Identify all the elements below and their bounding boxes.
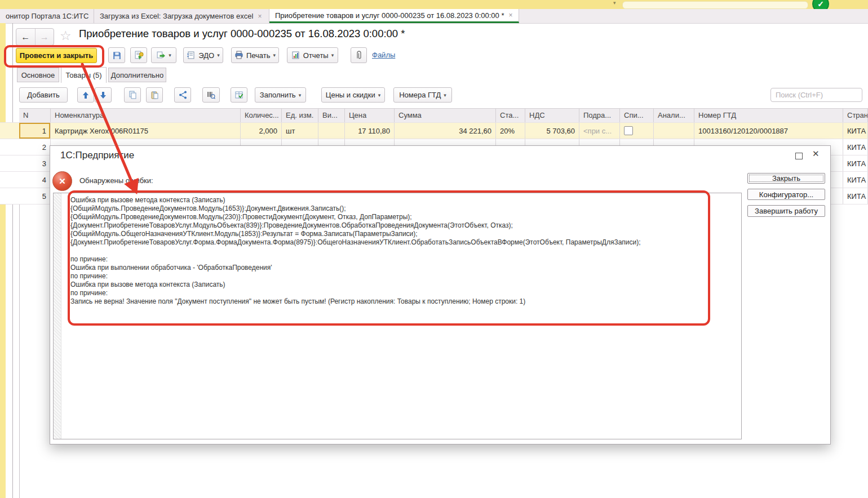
cell-rate[interactable]: 20% — [496, 123, 525, 139]
cell-price[interactable]: 17 110,80 — [345, 123, 395, 139]
copy-button[interactable] — [124, 87, 141, 103]
barcode-icon — [207, 91, 215, 99]
col-gtd-number[interactable]: Номер ГТД — [694, 108, 843, 122]
error-line — [70, 247, 738, 255]
arrow-up-icon — [82, 91, 90, 99]
post-document-button[interactable] — [130, 47, 147, 63]
attachments-button[interactable] — [351, 47, 367, 63]
move-down-button[interactable] — [95, 87, 112, 103]
tab-main[interactable]: Основное — [17, 68, 59, 82]
col-country[interactable]: Стран — [843, 108, 868, 122]
tab-excel-load[interactable]: Загрузка из Excel: Загрузка документов e… — [94, 9, 269, 23]
edo-button[interactable]: ЭДО ▾ — [183, 47, 223, 63]
tab-extra[interactable]: Дополнительно — [108, 68, 166, 82]
close-button[interactable]: Закрыть — [747, 173, 825, 184]
cell-spis[interactable] — [620, 123, 654, 139]
chevron-down-icon: ▾ — [444, 92, 446, 98]
checkbox[interactable] — [624, 126, 633, 135]
prices-discounts-button[interactable]: Цены и скидки ▾ — [321, 87, 385, 103]
cell-row-number[interactable]: 1 — [19, 123, 51, 139]
col-n[interactable]: N — [19, 108, 51, 122]
error-line: {ОбщийМодуль.ПроведениеДокументов.Модуль… — [70, 204, 738, 213]
create-based-on-icon — [156, 51, 166, 60]
share-rows-button[interactable] — [174, 87, 191, 103]
paperclip-icon — [355, 51, 364, 60]
page-title: Приобретение товаров и услуг 0000-000235… — [79, 28, 405, 40]
cell-country[interactable]: КИТА — [843, 172, 868, 188]
copy-icon — [129, 91, 137, 99]
maximize-icon[interactable] — [795, 153, 803, 159]
barcode-scan-button[interactable] — [202, 87, 220, 103]
error-line: {ОбщийМодуль.ПроведениеДокументов.Модуль… — [70, 213, 738, 221]
col-sum[interactable]: Сумма — [395, 108, 496, 122]
tab-goods[interactable]: Товары (5) — [61, 67, 107, 83]
cell-analytics[interactable] — [654, 123, 694, 139]
paste-button[interactable] — [146, 87, 163, 103]
cell-row-number[interactable]: 5 — [19, 188, 51, 204]
cell-country[interactable]: КИТА — [843, 188, 868, 204]
search-input[interactable] — [770, 88, 862, 102]
cell-gtd-number[interactable]: 10013160/120120/0001887 — [694, 123, 843, 139]
favorite-star-icon[interactable]: ☆ — [60, 28, 72, 43]
chevron-down-icon: ▾ — [331, 52, 334, 58]
gtd-label: Номера ГТД — [399, 91, 441, 99]
cell-nomenclature[interactable]: Картридж Xerox 006R01175 — [51, 123, 241, 139]
error-line: по причине: — [70, 255, 738, 264]
cell-quantity[interactable]: 2,000 — [241, 123, 282, 139]
cell-row-number[interactable]: 2 — [19, 139, 51, 155]
cell-country[interactable]: КИТА — [843, 123, 868, 139]
add-row-button[interactable]: Добавить — [19, 87, 68, 103]
fill-menu-button[interactable]: Заполнить ▾ — [255, 87, 306, 103]
col-rate[interactable]: Ста... — [496, 108, 525, 122]
check-circle-icon[interactable]: ✓ — [812, 0, 829, 9]
move-up-button[interactable] — [77, 87, 94, 103]
cell-podr[interactable]: <при с... — [579, 123, 620, 139]
chevron-down-icon: ▾ — [273, 52, 276, 58]
cell-row-number[interactable]: 4 — [19, 172, 51, 188]
create-based-on-button[interactable]: ▾ — [151, 47, 176, 63]
close-icon[interactable]: × — [258, 12, 262, 20]
table-row[interactable]: 1 Картридж Xerox 006R01175 2,000 шт 17 1… — [0, 123, 868, 139]
error-dialog: 1С:Предприятие ✕ ✕ Обнаружены ошибки: За… — [50, 145, 831, 444]
print-button[interactable]: Печать ▾ — [231, 47, 279, 63]
cell-vat[interactable]: 5 703,60 — [525, 123, 579, 139]
close-icon[interactable]: × — [509, 11, 513, 19]
post-and-close-button[interactable]: Провести и закрыть — [16, 48, 97, 63]
col-spis[interactable]: Спи... — [620, 108, 654, 122]
error-icon: ✕ — [52, 171, 72, 191]
col-podr[interactable]: Подра... — [579, 108, 620, 122]
back-button[interactable]: ← — [16, 29, 36, 45]
col-nomenclature[interactable]: Номенклатура — [51, 108, 241, 122]
cell-country[interactable]: КИТА — [843, 139, 868, 155]
edo-label: ЭДО — [198, 51, 214, 60]
error-text-area[interactable]: Ошибка при вызове метода контекста (Запи… — [53, 193, 742, 439]
col-unit[interactable]: Ед. изм. — [282, 108, 318, 122]
save-button[interactable] — [108, 47, 125, 63]
tab-purchase-document[interactable]: Приобретение товаров и услуг 0000-000235… — [269, 9, 519, 23]
configurator-button[interactable]: Конфигуратор... — [747, 189, 825, 200]
cell-row-number[interactable]: 3 — [19, 155, 51, 171]
cell-country[interactable]: КИТА — [843, 155, 868, 171]
forward-button[interactable]: → — [36, 29, 54, 45]
col-quantity[interactable]: Количес... — [241, 108, 282, 122]
error-line: {Документ.ПриобретениеТоваровУслуг.Форма… — [70, 238, 738, 247]
quit-button[interactable]: Завершить работу — [747, 205, 825, 217]
chevron-down-icon[interactable]: ▾ — [613, 0, 616, 6]
reports-button[interactable]: Отчеты ▾ — [287, 47, 338, 63]
files-link[interactable]: Файлы — [372, 51, 395, 59]
prices-label: Цены и скидки — [326, 91, 375, 99]
col-vid[interactable]: Ви... — [318, 108, 345, 122]
quick-search-box[interactable] — [622, 1, 808, 9]
col-analytics[interactable]: Анали... — [654, 108, 694, 122]
col-price[interactable]: Цена — [345, 108, 395, 122]
cell-sum[interactable]: 34 221,60 — [395, 123, 496, 139]
cell-unit[interactable]: шт — [282, 123, 318, 139]
cell-vid[interactable] — [318, 123, 345, 139]
close-icon[interactable]: ✕ — [812, 149, 820, 159]
post-document-icon — [134, 51, 144, 60]
tab-its-monitor[interactable]: онитор Портала 1С:ИТС × — [0, 9, 94, 23]
check-fill-button[interactable] — [231, 87, 247, 103]
error-line: {ОбщийМодуль.ОбщегоНазначенияУТКлиент.Мо… — [70, 230, 738, 238]
gtd-numbers-button[interactable]: Номера ГТД ▾ — [393, 87, 452, 103]
col-vat[interactable]: НДС — [525, 108, 579, 122]
